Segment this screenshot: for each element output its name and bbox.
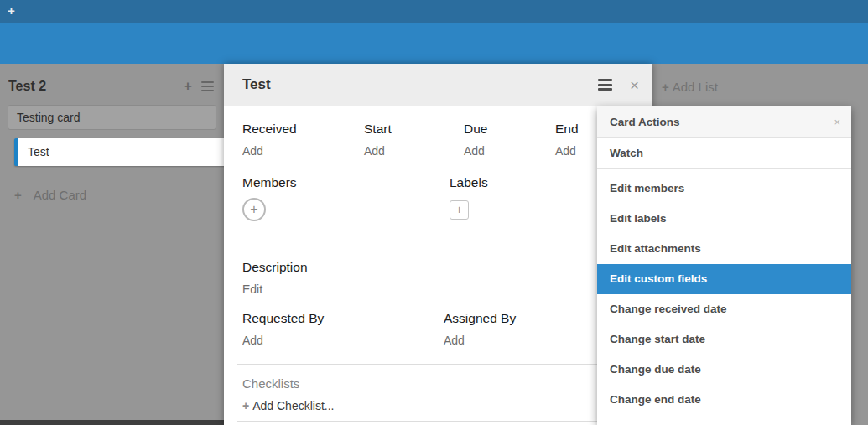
menu-item-change-end-date[interactable]: Change end date [597, 385, 851, 415]
menu-item-edit-custom-fields[interactable]: Edit custom fields [597, 264, 851, 294]
card-actions-menu: Card Actions × Watch Edit members Edit l… [597, 106, 851, 425]
section-divider [237, 421, 639, 422]
card-detail-body: Received Add Start Add Due Add End Add M… [224, 106, 652, 422]
add-list-button[interactable]: +Add List [662, 80, 718, 94]
start-add-link[interactable]: Add [346, 144, 445, 158]
list-add-icon[interactable]: + [184, 78, 192, 95]
description-label: Description [224, 260, 652, 275]
section-divider [237, 364, 639, 365]
menu-item-change-due-date[interactable]: Change due date [597, 355, 851, 385]
plus-icon: + [242, 399, 249, 412]
due-label: Due [445, 122, 537, 137]
card-detail-title: Test [242, 76, 598, 93]
menu-item-change-start-date[interactable]: Change start date [597, 324, 851, 355]
menu-item-edit-labels[interactable]: Edit labels [597, 204, 851, 234]
add-checklist-label: Add Checklist... [252, 399, 334, 412]
description-edit-link[interactable]: Edit [224, 282, 652, 296]
card-detail-header: Test × [224, 64, 652, 106]
requested-assigned-row: Requested By Add Assigned By Add [224, 311, 652, 347]
card-actions-title: Card Actions [610, 116, 834, 128]
card-actions-header: Card Actions × [597, 106, 851, 138]
menu-item-edit-attachments[interactable]: Edit attachments [597, 234, 851, 264]
members-label: Members [224, 175, 431, 190]
list-title: Test 2 [8, 79, 174, 94]
add-card-button[interactable]: +Add Card [14, 188, 224, 202]
card-test[interactable]: Test [14, 138, 227, 166]
card-detail-panel: Test × Received Add Start Add Due Add En… [224, 64, 652, 425]
menu-top-group: Watch [597, 138, 851, 169]
received-label: Received [224, 122, 346, 137]
description-section: Description Edit [224, 260, 652, 296]
card-testing-card[interactable]: Testing card [8, 105, 216, 130]
board-header-bar [0, 23, 868, 64]
requested-by-add-link[interactable]: Add [224, 334, 425, 347]
date-fields-row: Received Add Start Add Due Add End Add [224, 122, 652, 158]
start-label: Start [346, 122, 445, 137]
requested-by-label: Requested By [224, 311, 425, 326]
close-menu-icon[interactable]: × [834, 116, 840, 128]
members-labels-row: Members + Labels + [224, 175, 652, 221]
menu-item-watch[interactable]: Watch [597, 138, 851, 168]
add-board-icon[interactable]: + [8, 3, 15, 18]
menu-item-edit-members[interactable]: Edit members [597, 174, 851, 204]
plus-icon: + [14, 188, 22, 202]
add-checklist-link[interactable]: +Add Checklist... [224, 399, 652, 412]
checklists-label: Checklists [224, 376, 652, 391]
plus-icon: + [662, 80, 669, 94]
list-header: Test 2 + [0, 64, 224, 105]
add-label-button[interactable]: + [450, 200, 469, 220]
menu-main-group: Edit members Edit labels Edit attachment… [597, 169, 851, 419]
add-member-button[interactable]: + [242, 198, 266, 221]
received-add-link[interactable]: Add [224, 144, 346, 158]
due-add-link[interactable]: Add [445, 144, 537, 158]
add-card-label: Add Card [34, 188, 86, 202]
list-menu-icon[interactable] [201, 79, 214, 94]
add-list-label: Add List [673, 80, 718, 94]
top-nav-bar: + [0, 0, 868, 23]
menu-item-change-received-date[interactable]: Change received date [597, 294, 851, 324]
card-actions-menu-icon[interactable] [598, 76, 612, 92]
board-list: Test 2 + Testing card Test +Add Card [0, 64, 224, 421]
close-card-icon[interactable]: × [630, 77, 639, 93]
